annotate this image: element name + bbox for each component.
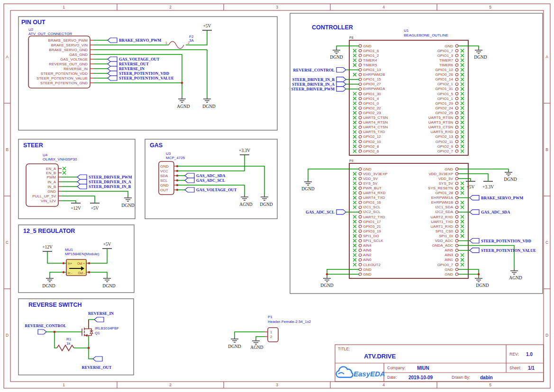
pin-row: SPI1_SCLK	[353, 239, 383, 243]
frame-column-label: 4	[382, 5, 385, 9]
pin-row: UART3_CTSN	[428, 125, 464, 129]
pin-label: TIMER7	[439, 58, 454, 62]
component-ref: U2	[28, 27, 34, 32]
pin-row: I2C2_SCL	[359, 210, 381, 214]
pin-row: GPIO2_13	[435, 134, 464, 139]
net-label: STEER_POTENTION_VDD	[481, 239, 531, 243]
svg-text:VCC: VCC	[160, 169, 168, 173]
no-connect-icon	[461, 234, 464, 238]
no-connect-icon	[461, 205, 464, 209]
pin-label: UART4_CTSN	[363, 125, 388, 129]
fuse-pin1: 1	[165, 41, 167, 45]
netflag-icon	[94, 317, 104, 322]
pin-label: UART1_RXD	[431, 224, 454, 229]
pin-label: UART4_RXD	[363, 191, 386, 195]
component-part: ATV_OUT_CONNECTOR	[28, 32, 72, 36]
power-label: +5V	[103, 242, 111, 247]
pin-row: GPIO1_0	[353, 101, 379, 106]
pin-label: I2C2_SCL	[363, 210, 381, 214]
junction-dot	[181, 82, 183, 84]
pin-label: GPIO2_6	[363, 149, 379, 153]
pin-label: GPIO1_17	[363, 220, 381, 224]
no-connect-icon	[461, 102, 464, 105]
section-gas: GAS U3 MCP_4725 GND VCC SDA SCL GND OUT …	[145, 139, 277, 219]
no-connect-icon	[353, 258, 356, 261]
pin-label: UART4_TXD	[363, 196, 385, 200]
connector-pin: GAS_VOLTAGE	[60, 57, 93, 62]
header-outline	[268, 328, 278, 342]
no-connect-icon	[353, 196, 356, 199]
pin-row: TIMER6	[439, 63, 464, 67]
pin-circle	[359, 131, 362, 134]
section-title: GAS	[150, 142, 163, 149]
frame-row-label: A	[6, 54, 9, 59]
pin-circle	[455, 249, 458, 252]
pin-row: UART4_RXD	[353, 191, 386, 195]
pin-row: I2C2_SDA	[435, 210, 458, 214]
pin-circle	[455, 168, 458, 170]
module-pin-label: In -	[68, 271, 72, 275]
no-connect-icon	[353, 230, 356, 233]
no-connect-icon	[461, 215, 464, 219]
svg-text:EN_B: EN_B	[46, 171, 56, 175]
netflag-icon	[77, 175, 87, 179]
pin-label: I2C1_SDA	[435, 205, 453, 209]
pin-circle	[455, 69, 458, 71]
net-label: GAS_ADC_SDA	[196, 173, 226, 178]
no-connect-icon	[353, 244, 356, 247]
svg-text:PULL_UP_5V: PULL_UP_5V	[32, 194, 56, 198]
company-label: Company:	[387, 365, 406, 370]
pin-circle	[359, 64, 362, 67]
ground-dgnd: DGND	[320, 276, 334, 288]
netflag-icon	[77, 179, 87, 184]
ground-dgnd: DGND	[330, 48, 343, 60]
pin-row: I2C1_SCL	[353, 205, 381, 209]
section-title: REVERSE SWITCH	[28, 302, 82, 308]
netflag-icon	[336, 77, 346, 82]
ground-label: AGND	[509, 276, 522, 280]
pin-label: GPIO2_13	[435, 134, 453, 139]
steer-netflags: STEER_DRIVER_PWM STEER_DRIVER_IN_A STEER…	[77, 175, 132, 189]
pin-label: GPIO2_1	[437, 82, 454, 86]
no-connect-icon	[461, 253, 464, 257]
pin-label: AIN5	[445, 248, 453, 252]
pin-row: GND	[359, 267, 372, 272]
no-connect-icon	[353, 182, 356, 185]
net-label: STEER_DRIVER_PWM	[291, 87, 335, 91]
pin-circle	[455, 268, 458, 271]
pin-row: EHRPWM2B	[353, 72, 385, 77]
pin-label: CLKOUT2	[363, 263, 381, 267]
net-label: BRAKE_SERVO_PWM	[481, 196, 523, 200]
no-connect-icon	[353, 253, 356, 257]
pin-label: GPIO1_15	[363, 77, 381, 81]
component-ref: Q1	[95, 331, 100, 335]
pin-circle	[359, 121, 362, 124]
pin-circle	[359, 145, 362, 148]
no-connect-icon	[461, 201, 464, 204]
net-label: REVERSE_OUT	[119, 62, 149, 66]
pin-label: EHRPWM1B	[431, 200, 453, 205]
section-regulator: 12_5 REGULATOR MU1 MP1584EN(Module) In+ …	[18, 225, 134, 293]
pin-label: BRAKE_SERVO_GND	[49, 48, 88, 52]
no-connect-icon	[461, 49, 464, 53]
pin-row: GND	[359, 167, 372, 171]
pin-label: GND	[363, 44, 372, 48]
module-pin-label: Out -	[78, 271, 85, 275]
steer-pins: EN_A EN_B PWM IN_A IN_B GND PULL_UP_5V V…	[32, 167, 62, 203]
frame-column-label: 5	[489, 5, 491, 9]
pin-row: PWR_BUT	[353, 186, 381, 190]
pin-label: GPIO2_8	[363, 144, 379, 149]
pin-circle	[359, 116, 362, 119]
component-ref: U3	[166, 151, 171, 156]
pin-row: GPIO1_14	[435, 77, 464, 81]
ground-label: DGND	[260, 202, 273, 207]
pin-row: GPIO1_7	[437, 49, 464, 53]
pin-circle	[455, 172, 458, 175]
pin-row: GPIO1_12	[435, 68, 464, 72]
pin-label: GPIO1_5	[437, 92, 454, 96]
svg-text:VIN_12V: VIN_12V	[41, 199, 56, 203]
pin-circle	[455, 263, 458, 266]
ground-label: DGND	[301, 187, 315, 191]
pin-circle	[455, 131, 458, 134]
no-connect-icon	[461, 225, 464, 228]
